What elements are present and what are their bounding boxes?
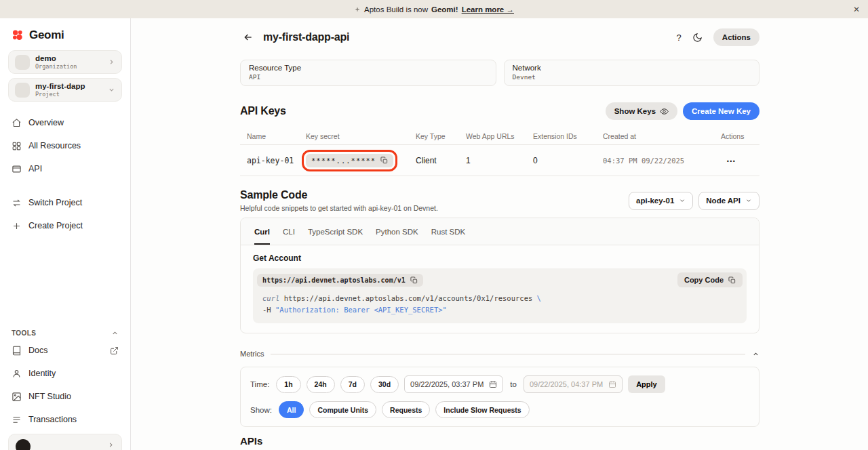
time-range-30d[interactable]: 30d	[370, 376, 399, 393]
col-key-type: Key Type	[416, 132, 466, 140]
col-actions: Actions	[721, 132, 760, 140]
time-range-24h[interactable]: 24h	[307, 376, 335, 393]
time-range-7d[interactable]: 7d	[340, 376, 365, 393]
metrics-filter-card: Time: 1h 24h 7d 30d 09/22/2025, 03:37 PM…	[240, 367, 760, 427]
code-continuation: \	[537, 294, 541, 302]
show-filter-compute-units[interactable]: Compute Units	[309, 401, 376, 418]
network-value: Devnet	[513, 73, 751, 81]
banner-learn-more-link[interactable]: Learn more →	[462, 5, 514, 14]
tab-python-sdk[interactable]: Python SDK	[376, 218, 418, 245]
sidebar-nav: Overview All Resources API Switch Projec…	[0, 111, 130, 237]
page-title: my-first-dapp-api	[263, 31, 349, 43]
key-type: Client	[416, 156, 466, 165]
show-filter-all[interactable]: All	[279, 401, 304, 418]
to-datetime-value: 09/22/2025, 04:37 PM	[530, 380, 603, 388]
list-lines-icon	[12, 415, 22, 425]
calendar-icon[interactable]	[489, 380, 497, 388]
calendar-icon[interactable]	[608, 380, 616, 388]
copy-icon[interactable]	[410, 277, 418, 284]
metrics-section-header[interactable]: Metrics	[240, 349, 760, 359]
key-secret-chip[interactable]: *****...*****	[306, 154, 393, 167]
logo[interactable]: Geomi	[0, 18, 130, 50]
resource-type-label: Resource Type	[249, 64, 488, 72]
apis-section-title: APIs	[240, 435, 760, 447]
copy-code-label: Copy Code	[684, 276, 724, 284]
show-filter-requests[interactable]: Requests	[382, 401, 430, 418]
resource-type-card: Resource Type API	[240, 60, 496, 86]
nav-label: Docs	[28, 346, 47, 355]
metrics-divider	[271, 354, 745, 354]
col-name: Name	[247, 132, 306, 140]
apply-button[interactable]: Apply	[628, 375, 665, 393]
tab-typescript-sdk[interactable]: TypeScript SDK	[308, 218, 363, 245]
chevron-up-icon[interactable]	[752, 350, 760, 358]
tab-curl[interactable]: Curl	[254, 218, 270, 245]
api-select-value: Node API	[706, 197, 741, 205]
tab-cli[interactable]: CLI	[283, 218, 295, 245]
tab-rust-sdk[interactable]: Rust SDK	[431, 218, 466, 245]
user-menu[interactable]	[8, 434, 122, 450]
sidebar-item-api[interactable]: API	[0, 157, 130, 180]
nav-label: Switch Project	[28, 198, 82, 207]
show-keys-button[interactable]: Show Keys	[606, 102, 677, 120]
copy-code-button[interactable]: Copy Code	[677, 272, 743, 287]
chevron-down-icon	[108, 86, 115, 94]
sample-code-header: Sample Code Helpful code snippets to get…	[240, 189, 760, 212]
org-switcher[interactable]: demo Organization	[8, 50, 122, 74]
show-filter-include-slow-requests[interactable]: Include Slow Requests	[435, 401, 529, 418]
code-url: https://api.devnet.aptoslabs.com/v1/acco…	[284, 294, 533, 302]
image-icon	[12, 392, 22, 402]
sidebar-item-identity[interactable]: Identity	[0, 362, 130, 385]
nav-label: Overview	[28, 118, 64, 127]
home-icon	[12, 118, 22, 128]
create-new-key-button[interactable]: Create New Key	[683, 102, 760, 120]
sidebar-item-create-project[interactable]: Create Project	[0, 214, 130, 237]
project-switcher[interactable]: my-first-dapp Project	[8, 78, 122, 102]
sample-code-card: Curl CLI TypeScript SDK Python SDK Rust …	[240, 218, 760, 333]
nav-label: NFT Studio	[28, 392, 71, 401]
sidebar-item-nft-studio[interactable]: NFT Studio	[0, 385, 130, 408]
help-icon[interactable]: ?	[677, 33, 682, 43]
sidebar-item-transactions[interactable]: Transactions	[0, 408, 130, 431]
endpoint-chip[interactable]: https://api.devnet.aptoslabs.com/v1	[257, 274, 423, 287]
back-arrow-icon[interactable]	[240, 29, 256, 45]
main-area: my-first-dapp-api ? Actions Resource Typ…	[131, 18, 868, 450]
api-select-dropdown[interactable]: Node API	[698, 192, 760, 210]
project-avatar	[15, 83, 30, 98]
network-card: Network Devnet	[504, 60, 760, 86]
api-card-icon	[12, 164, 22, 174]
sparkle-icon	[354, 6, 361, 13]
tools-heading: TOOLS	[12, 329, 36, 337]
resource-info-cards: Resource Type API Network Devnet	[240, 60, 760, 86]
from-datetime-input[interactable]: 09/22/2025, 03:37 PM	[404, 375, 503, 393]
project-name: my-first-dapp	[35, 82, 85, 91]
time-label: Time:	[250, 380, 269, 388]
grid-icon	[12, 141, 22, 151]
sidebar-item-all-resources[interactable]: All Resources	[0, 134, 130, 157]
table-header-row: Name Key secret Key Type Web App URLs Ex…	[240, 128, 760, 144]
show-keys-label: Show Keys	[614, 107, 656, 115]
to-datetime-input[interactable]: 09/22/2025, 04:37 PM	[524, 375, 623, 393]
key-select-dropdown[interactable]: api-key-01	[629, 192, 693, 210]
tools-section-header[interactable]: TOOLS	[0, 327, 130, 339]
banner-message: Aptos Build is now	[364, 5, 428, 14]
actions-button[interactable]: Actions	[713, 28, 760, 46]
dark-mode-moon-icon[interactable]	[692, 33, 703, 43]
copy-icon[interactable]	[380, 157, 388, 164]
row-actions-menu-icon[interactable]: ⋯	[721, 155, 760, 166]
sidebar-item-docs[interactable]: Docs	[0, 339, 130, 362]
key-select-value: api-key-01	[636, 197, 674, 205]
metrics-heading: Metrics	[240, 350, 264, 358]
col-key-secret: Key secret	[306, 132, 416, 140]
identity-person-icon	[12, 369, 22, 379]
time-range-1h[interactable]: 1h	[276, 376, 300, 393]
show-filter-row: Show: All Compute Units Requests Include…	[250, 401, 749, 418]
sample-code-title: Sample Code	[240, 189, 438, 201]
chevron-right-icon	[107, 441, 115, 449]
resource-type-value: API	[249, 73, 488, 81]
org-avatar	[15, 55, 30, 70]
user-avatar	[16, 439, 31, 450]
sidebar-item-switch-project[interactable]: Switch Project	[0, 191, 130, 214]
sidebar-item-overview[interactable]: Overview	[0, 111, 130, 134]
banner-close-icon[interactable]: ✕	[853, 0, 860, 18]
